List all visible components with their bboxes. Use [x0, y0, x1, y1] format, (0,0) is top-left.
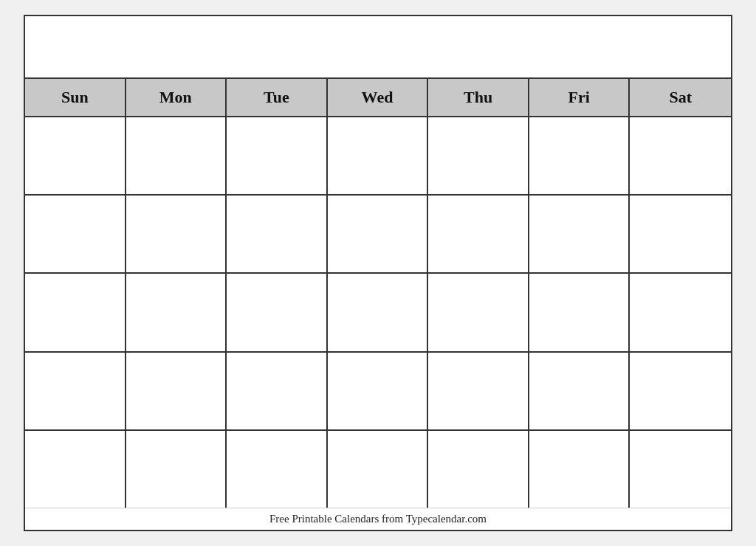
header-sat: Sat — [630, 79, 731, 116]
cell-2-3[interactable] — [227, 196, 328, 272]
day-headers-row: Sun Mon Tue Wed Thu Fri Sat — [25, 79, 731, 117]
cell-2-1[interactable] — [25, 196, 126, 272]
cell-3-7[interactable] — [630, 274, 731, 350]
calendar-row-3 — [25, 274, 731, 352]
cell-4-3[interactable] — [227, 353, 328, 429]
cell-4-1[interactable] — [25, 353, 126, 429]
calendar-title-area — [25, 16, 731, 79]
calendar-row-1 — [25, 117, 731, 196]
calendar-rows — [25, 117, 731, 508]
cell-3-4[interactable] — [328, 274, 429, 350]
cell-3-6[interactable] — [529, 274, 630, 350]
cell-4-5[interactable] — [428, 353, 529, 429]
cell-3-3[interactable] — [227, 274, 328, 350]
cell-5-7[interactable] — [630, 431, 731, 508]
cell-1-3[interactable] — [227, 117, 328, 194]
cell-4-2[interactable] — [126, 353, 227, 429]
header-fri: Fri — [529, 79, 630, 116]
cell-1-2[interactable] — [126, 117, 227, 194]
cell-3-1[interactable] — [25, 274, 126, 350]
cell-2-6[interactable] — [529, 196, 630, 272]
calendar-grid: Sun Mon Tue Wed Thu Fri Sat — [25, 79, 731, 508]
calendar-container: Sun Mon Tue Wed Thu Fri Sat — [24, 15, 732, 531]
cell-5-6[interactable] — [529, 431, 630, 508]
cell-5-1[interactable] — [25, 431, 126, 508]
footer-text: Free Printable Calendars from Typecalend… — [25, 508, 731, 530]
cell-1-5[interactable] — [428, 117, 529, 194]
calendar-row-2 — [25, 196, 731, 274]
cell-4-4[interactable] — [328, 353, 429, 429]
cell-2-7[interactable] — [630, 196, 731, 272]
cell-3-2[interactable] — [126, 274, 227, 350]
cell-1-6[interactable] — [529, 117, 630, 194]
header-mon: Mon — [126, 79, 227, 116]
calendar-row-4 — [25, 353, 731, 431]
cell-1-7[interactable] — [630, 117, 731, 194]
header-sun: Sun — [25, 79, 126, 116]
cell-3-5[interactable] — [428, 274, 529, 350]
header-tue: Tue — [227, 79, 328, 116]
header-wed: Wed — [328, 79, 429, 116]
cell-5-3[interactable] — [227, 431, 328, 508]
cell-2-2[interactable] — [126, 196, 227, 272]
cell-1-4[interactable] — [328, 117, 429, 194]
cell-5-5[interactable] — [428, 431, 529, 508]
cell-4-6[interactable] — [529, 353, 630, 429]
cell-5-2[interactable] — [126, 431, 227, 508]
calendar-row-5 — [25, 431, 731, 508]
header-thu: Thu — [428, 79, 529, 116]
cell-2-4[interactable] — [328, 196, 429, 272]
cell-1-1[interactable] — [25, 117, 126, 194]
cell-2-5[interactable] — [428, 196, 529, 272]
cell-5-4[interactable] — [328, 431, 429, 508]
cell-4-7[interactable] — [630, 353, 731, 429]
